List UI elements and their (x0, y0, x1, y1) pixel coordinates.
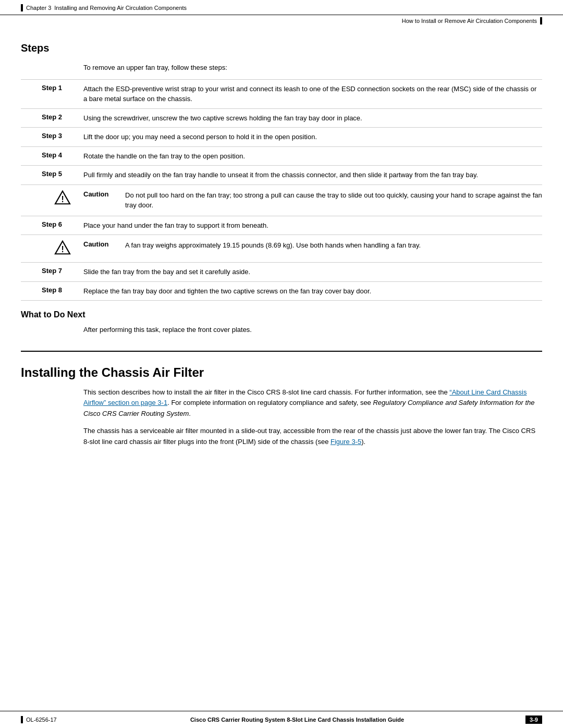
header-bar-left (21, 4, 23, 11)
header-right-text: How to Install or Remove Air Circulation… (402, 18, 537, 24)
page-subheader: How to Install or Remove Air Circulation… (0, 15, 563, 27)
step-1-content: Attach the ESD-preventive wrist strap to… (83, 84, 542, 104)
para1-before-link: This section describes how to install th… (83, 388, 449, 396)
step-7-content: Slide the fan tray from the bay and set … (83, 267, 542, 277)
installing-para2: The chassis has a serviceable air filter… (83, 426, 542, 448)
footer-right: 3-9 (511, 715, 542, 724)
step-6-label: Step 6 (21, 220, 83, 228)
footer-bar-left (21, 716, 23, 723)
caution-triangle-icon: ! (54, 240, 71, 255)
steps-heading: Steps (21, 42, 542, 54)
caution-1-label: Caution (83, 190, 125, 198)
header-bar-right (540, 17, 542, 24)
page-number: 3-9 (525, 715, 542, 724)
table-row: Step 5 Pull firmly and steadily on the f… (21, 166, 542, 185)
table-row: Step 7 Slide the fan tray from the bay a… (21, 263, 542, 282)
footer-center: Cisco CRS Carrier Routing System 8-Slot … (83, 717, 511, 723)
para1-after-link: . For complete information on regulatory… (167, 399, 373, 406)
step-7-label: Step 7 (21, 267, 83, 275)
step-3-label: Step 3 (21, 132, 83, 140)
caution-2-icon-cell: ! (21, 240, 83, 257)
step-1-label: Step 1 (21, 84, 83, 92)
footer-left: OL-6256-17 (21, 716, 83, 723)
header-chapter: Chapter 3 (26, 5, 51, 11)
table-row: Step 3 Lift the door up; you may need a … (21, 128, 542, 147)
installing-para1: This section describes how to install th… (83, 387, 542, 419)
installing-section: Installing the Chassis Air Filter This s… (21, 351, 542, 448)
installing-heading: Installing the Chassis Air Filter (21, 365, 542, 380)
para2-before-link: The chassis has a serviceable air filter… (83, 427, 535, 446)
step-2-content: Using the screwdriver, unscrew the two c… (83, 113, 542, 124)
header-left: Chapter 3 Installing and Removing Air Ci… (21, 4, 187, 11)
footer-center-text: Cisco CRS Carrier Routing System 8-Slot … (190, 717, 404, 723)
figure-link[interactable]: Figure 3-5 (331, 438, 361, 446)
para2-end: ). (361, 438, 365, 446)
caution-2-label: Caution (83, 240, 125, 248)
svg-text:!: ! (61, 245, 64, 254)
step-3-content: Lift the door up; you may need a second … (83, 132, 542, 142)
step-4-content: Rotate the handle on the fan tray to the… (83, 151, 542, 162)
caution-1-content-wrap: Caution Do not pull too hard on the fan … (83, 190, 542, 211)
step-6-content: Place your hand under the fan tray to su… (83, 220, 542, 231)
what-to-do-next-text: After performing this task, replace the … (83, 325, 542, 335)
what-to-do-next-heading: What to Do Next (21, 310, 542, 319)
step-4-label: Step 4 (21, 151, 83, 159)
header-chapter-title: Installing and Removing Air Circulation … (54, 5, 187, 11)
caution-1-icon-cell: ! (21, 190, 83, 207)
table-row: Step 2 Using the screwdriver, unscrew th… (21, 109, 542, 128)
header-right: How to Install or Remove Air Circulation… (402, 17, 542, 24)
caution-1-text: Do not pull too hard on the fan tray; to… (125, 190, 542, 211)
caution-1-row: ! Caution Do not pull too hard on the fa… (21, 185, 542, 216)
caution-2-text: A fan tray weighs approximately 19.15 po… (125, 240, 542, 251)
svg-text:!: ! (61, 194, 64, 203)
step-8-label: Step 8 (21, 286, 83, 294)
step-8-content: Replace the fan tray bay door and tighte… (83, 286, 542, 297)
page-header: Chapter 3 Installing and Removing Air Ci… (0, 0, 563, 15)
footer-left-label: OL-6256-17 (26, 717, 57, 723)
steps-intro: To remove an upper fan tray, follow thes… (83, 63, 542, 73)
caution-triangle-icon: ! (54, 190, 71, 205)
step-2-label: Step 2 (21, 113, 83, 121)
table-row: Step 4 Rotate the handle on the fan tray… (21, 147, 542, 166)
steps-container: Step 1 Attach the ESD-preventive wrist s… (21, 79, 542, 301)
caution-2-row: ! Caution A fan tray weighs approximatel… (21, 235, 542, 263)
table-row: Step 1 Attach the ESD-preventive wrist s… (21, 80, 542, 109)
para1-end: . (189, 410, 191, 417)
caution-2-content-wrap: Caution A fan tray weighs approximately … (83, 240, 542, 251)
main-content: Steps To remove an upper fan tray, follo… (0, 27, 563, 485)
page-footer: OL-6256-17 Cisco CRS Carrier Routing Sys… (0, 711, 563, 728)
step-5-label: Step 5 (21, 170, 83, 178)
step-5-content: Pull firmly and steadily on the fan tray… (83, 170, 542, 180)
table-row: Step 6 Place your hand under the fan tra… (21, 216, 542, 236)
table-row: Step 8 Replace the fan tray bay door and… (21, 282, 542, 301)
